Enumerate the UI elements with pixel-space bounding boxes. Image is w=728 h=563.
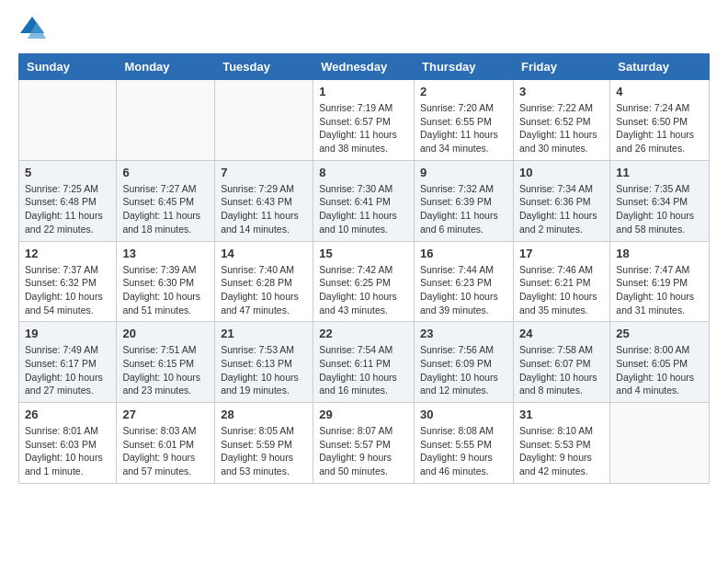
day-info: Sunrise: 8:00 AM Sunset: 6:05 PM Dayligh…: [616, 343, 703, 397]
day-number: 11: [616, 166, 703, 179]
day-number: 23: [420, 327, 507, 340]
day-info: Sunrise: 7:46 AM Sunset: 6:21 PM Dayligh…: [519, 263, 604, 317]
calendar-cell: 28Sunrise: 8:05 AM Sunset: 5:59 PM Dayli…: [215, 403, 313, 484]
calendar-cell: 19Sunrise: 7:49 AM Sunset: 6:17 PM Dayli…: [19, 322, 117, 403]
day-number: 12: [25, 247, 110, 260]
weekday-header-wednesday: Wednesday: [313, 54, 415, 80]
day-number: 28: [221, 408, 307, 421]
day-info: Sunrise: 7:35 AM Sunset: 6:34 PM Dayligh…: [616, 182, 703, 236]
day-info: Sunrise: 7:27 AM Sunset: 6:45 PM Dayligh…: [122, 182, 209, 236]
day-info: Sunrise: 8:01 AM Sunset: 6:03 PM Dayligh…: [25, 424, 110, 478]
day-number: 4: [616, 85, 703, 98]
day-number: 14: [221, 247, 307, 260]
calendar-cell: [215, 80, 313, 161]
day-number: 15: [319, 247, 408, 260]
calendar-week-row: 26Sunrise: 8:01 AM Sunset: 6:03 PM Dayli…: [19, 403, 710, 484]
day-info: Sunrise: 7:54 AM Sunset: 6:11 PM Dayligh…: [319, 343, 408, 397]
day-info: Sunrise: 7:29 AM Sunset: 6:43 PM Dayligh…: [221, 182, 307, 236]
weekday-header-thursday: Thursday: [415, 54, 514, 80]
calendar-cell: 6Sunrise: 7:27 AM Sunset: 6:45 PM Daylig…: [117, 160, 215, 241]
day-info: Sunrise: 7:39 AM Sunset: 6:30 PM Dayligh…: [122, 263, 209, 317]
calendar-cell: 9Sunrise: 7:32 AM Sunset: 6:39 PM Daylig…: [415, 160, 514, 241]
calendar-cell: 17Sunrise: 7:46 AM Sunset: 6:21 PM Dayli…: [513, 241, 609, 322]
calendar-cell: 3Sunrise: 7:22 AM Sunset: 6:52 PM Daylig…: [513, 80, 609, 161]
day-number: 31: [519, 408, 604, 421]
calendar-week-row: 1Sunrise: 7:19 AM Sunset: 6:57 PM Daylig…: [19, 80, 710, 161]
calendar-week-row: 12Sunrise: 7:37 AM Sunset: 6:32 PM Dayli…: [19, 241, 710, 322]
day-number: 27: [122, 408, 209, 421]
calendar-cell: 30Sunrise: 8:08 AM Sunset: 5:55 PM Dayli…: [415, 403, 514, 484]
day-number: 2: [420, 85, 507, 98]
calendar-cell: 7Sunrise: 7:29 AM Sunset: 6:43 PM Daylig…: [215, 160, 313, 241]
day-number: 6: [122, 166, 209, 179]
calendar-cell: 4Sunrise: 7:24 AM Sunset: 6:50 PM Daylig…: [610, 80, 710, 161]
header: [18, 15, 710, 42]
day-number: 22: [319, 327, 408, 340]
calendar-cell: 22Sunrise: 7:54 AM Sunset: 6:11 PM Dayli…: [313, 322, 415, 403]
day-number: 1: [319, 85, 408, 98]
day-info: Sunrise: 7:56 AM Sunset: 6:09 PM Dayligh…: [420, 343, 507, 397]
calendar-cell: 10Sunrise: 7:34 AM Sunset: 6:36 PM Dayli…: [513, 160, 609, 241]
calendar-cell: 27Sunrise: 8:03 AM Sunset: 6:01 PM Dayli…: [117, 403, 215, 484]
weekday-header-row: SundayMondayTuesdayWednesdayThursdayFrid…: [19, 54, 710, 80]
calendar-cell: 2Sunrise: 7:20 AM Sunset: 6:55 PM Daylig…: [415, 80, 514, 161]
calendar-cell: 16Sunrise: 7:44 AM Sunset: 6:23 PM Dayli…: [415, 241, 514, 322]
day-info: Sunrise: 7:25 AM Sunset: 6:48 PM Dayligh…: [25, 182, 110, 236]
calendar-cell: 31Sunrise: 8:10 AM Sunset: 5:53 PM Dayli…: [513, 403, 609, 484]
day-number: 3: [519, 85, 604, 98]
day-info: Sunrise: 8:08 AM Sunset: 5:55 PM Dayligh…: [420, 424, 507, 478]
calendar-cell: [117, 80, 215, 161]
day-number: 8: [319, 166, 408, 179]
calendar-cell: 14Sunrise: 7:40 AM Sunset: 6:28 PM Dayli…: [215, 241, 313, 322]
calendar-cell: [19, 80, 117, 161]
day-number: 13: [122, 247, 209, 260]
day-info: Sunrise: 7:40 AM Sunset: 6:28 PM Dayligh…: [221, 263, 307, 317]
calendar-cell: 13Sunrise: 7:39 AM Sunset: 6:30 PM Dayli…: [117, 241, 215, 322]
calendar-cell: 25Sunrise: 8:00 AM Sunset: 6:05 PM Dayli…: [610, 322, 710, 403]
calendar-cell: 1Sunrise: 7:19 AM Sunset: 6:57 PM Daylig…: [313, 80, 415, 161]
day-number: 30: [420, 408, 507, 421]
calendar-cell: 11Sunrise: 7:35 AM Sunset: 6:34 PM Dayli…: [610, 160, 710, 241]
day-info: Sunrise: 7:19 AM Sunset: 6:57 PM Dayligh…: [319, 101, 408, 155]
calendar-cell: 5Sunrise: 7:25 AM Sunset: 6:48 PM Daylig…: [19, 160, 117, 241]
day-info: Sunrise: 7:49 AM Sunset: 6:17 PM Dayligh…: [25, 343, 110, 397]
day-info: Sunrise: 7:34 AM Sunset: 6:36 PM Dayligh…: [519, 182, 604, 236]
day-info: Sunrise: 7:42 AM Sunset: 6:25 PM Dayligh…: [319, 263, 408, 317]
day-info: Sunrise: 8:03 AM Sunset: 6:01 PM Dayligh…: [122, 424, 209, 478]
calendar-cell: 20Sunrise: 7:51 AM Sunset: 6:15 PM Dayli…: [117, 322, 215, 403]
day-info: Sunrise: 7:51 AM Sunset: 6:15 PM Dayligh…: [122, 343, 209, 397]
calendar-cell: 12Sunrise: 7:37 AM Sunset: 6:32 PM Dayli…: [19, 241, 117, 322]
day-info: Sunrise: 7:47 AM Sunset: 6:19 PM Dayligh…: [616, 263, 703, 317]
weekday-header-tuesday: Tuesday: [215, 54, 313, 80]
day-number: 9: [420, 166, 507, 179]
weekday-header-friday: Friday: [513, 54, 609, 80]
day-number: 7: [221, 166, 307, 179]
calendar-cell: 23Sunrise: 7:56 AM Sunset: 6:09 PM Dayli…: [415, 322, 514, 403]
calendar-cell: 15Sunrise: 7:42 AM Sunset: 6:25 PM Dayli…: [313, 241, 415, 322]
day-number: 16: [420, 247, 507, 260]
page: SundayMondayTuesdayWednesdayThursdayFrid…: [0, 0, 728, 499]
day-info: Sunrise: 7:44 AM Sunset: 6:23 PM Dayligh…: [420, 263, 507, 317]
day-info: Sunrise: 7:53 AM Sunset: 6:13 PM Dayligh…: [221, 343, 307, 397]
calendar-cell: 26Sunrise: 8:01 AM Sunset: 6:03 PM Dayli…: [19, 403, 117, 484]
day-info: Sunrise: 7:20 AM Sunset: 6:55 PM Dayligh…: [420, 101, 507, 155]
day-number: 19: [25, 327, 110, 340]
day-info: Sunrise: 7:37 AM Sunset: 6:32 PM Dayligh…: [25, 263, 110, 317]
calendar-week-row: 19Sunrise: 7:49 AM Sunset: 6:17 PM Dayli…: [19, 322, 710, 403]
calendar-cell: 8Sunrise: 7:30 AM Sunset: 6:41 PM Daylig…: [313, 160, 415, 241]
calendar: SundayMondayTuesdayWednesdayThursdayFrid…: [18, 53, 710, 484]
calendar-cell: 29Sunrise: 8:07 AM Sunset: 5:57 PM Dayli…: [313, 403, 415, 484]
logo-icon: [18, 15, 46, 42]
day-info: Sunrise: 7:32 AM Sunset: 6:39 PM Dayligh…: [420, 182, 507, 236]
day-number: 18: [616, 247, 703, 260]
weekday-header-monday: Monday: [117, 54, 215, 80]
weekday-header-saturday: Saturday: [610, 54, 710, 80]
day-number: 26: [25, 408, 110, 421]
day-info: Sunrise: 7:22 AM Sunset: 6:52 PM Dayligh…: [519, 101, 604, 155]
day-number: 21: [221, 327, 307, 340]
calendar-cell: [610, 403, 710, 484]
day-number: 10: [519, 166, 604, 179]
day-info: Sunrise: 7:24 AM Sunset: 6:50 PM Dayligh…: [616, 101, 703, 155]
day-number: 20: [122, 327, 209, 340]
day-number: 29: [319, 408, 408, 421]
